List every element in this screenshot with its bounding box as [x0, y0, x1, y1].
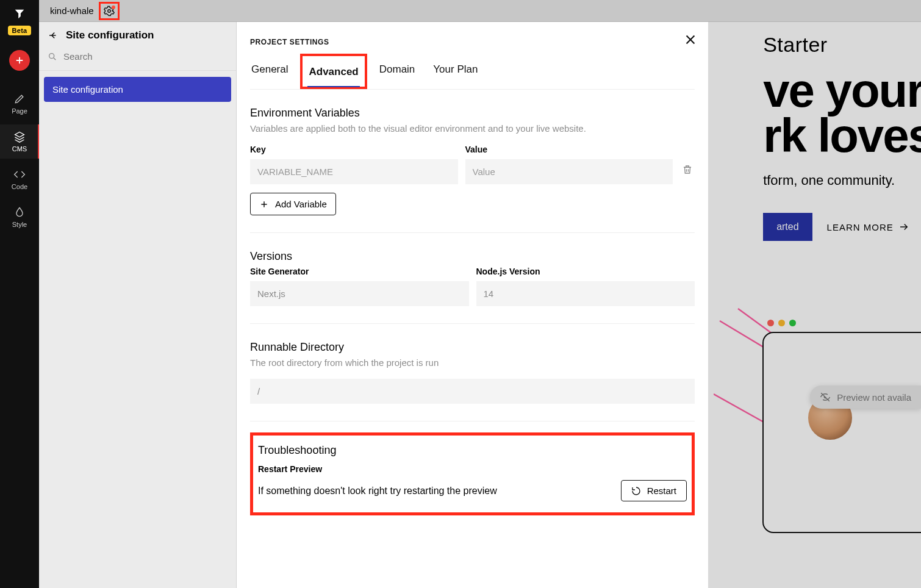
site-generator-label: Site Generator — [250, 267, 469, 276]
rail-label: Code — [12, 183, 27, 190]
runnable-description: The root directory from which the projec… — [250, 357, 695, 368]
restart-preview-label: Restart Preview — [258, 464, 687, 474]
add-variable-label: Add Variable — [275, 199, 327, 209]
tab-general[interactable]: General — [250, 57, 289, 89]
tab-label: General — [251, 63, 288, 75]
rail-label: CMS — [12, 145, 27, 152]
left-rail: Beta Page CMS Code Style — [0, 0, 39, 588]
tab-advanced[interactable]: Advanced — [307, 60, 359, 87]
env-key-label: Key — [250, 145, 458, 154]
node-version-label: Node.js Version — [476, 267, 695, 276]
restart-icon — [631, 486, 641, 496]
sidebar-title: Site configuration — [66, 29, 154, 41]
rail-label: Page — [12, 107, 27, 115]
env-delete-button[interactable] — [680, 158, 695, 175]
tab-label: Your Plan — [433, 63, 478, 75]
env-heading: Environment Variables — [250, 107, 695, 120]
top-bar: kind-whale — [39, 0, 921, 22]
modal-title: PROJECT SETTINGS — [250, 38, 695, 46]
rail-item-style[interactable]: Style — [0, 200, 39, 234]
sidebar-header: Site configuration — [39, 22, 236, 49]
section-versions: Versions Site Generator Node.js Version — [250, 233, 695, 306]
add-button[interactable] — [9, 50, 30, 71]
section-env-vars: Environment Variables Variables are appl… — [250, 90, 695, 215]
divider — [250, 421, 695, 421]
section-runnable-dir: Runnable Directory The root directory fr… — [250, 324, 695, 404]
project-name: kind-whale — [50, 5, 94, 16]
search-icon — [48, 52, 57, 62]
env-description: Variables are applied both to the visual… — [250, 123, 695, 134]
versions-heading: Versions — [250, 250, 695, 263]
rail-label: Style — [12, 221, 27, 228]
tab-label: Advanced — [309, 66, 358, 77]
sidebar-panel: Site configuration Site configuration — [39, 22, 237, 588]
plus-icon — [259, 199, 269, 209]
svg-point-1 — [49, 53, 54, 58]
sidebar-item-label: Site configuration — [52, 84, 123, 95]
tab-label: Domain — [379, 63, 415, 75]
sidebar-search[interactable] — [39, 49, 236, 71]
back-arrow-icon[interactable] — [48, 30, 59, 41]
svg-point-0 — [107, 9, 110, 12]
rail-item-code[interactable]: Code — [0, 162, 39, 196]
modal-tabs: General Advanced Domain Your Plan — [250, 57, 695, 90]
env-value-input[interactable] — [465, 159, 673, 184]
tab-your-plan[interactable]: Your Plan — [432, 57, 479, 89]
close-button[interactable] — [684, 33, 697, 49]
app-logo-icon[interactable] — [12, 6, 27, 22]
node-version-field[interactable] — [476, 281, 695, 306]
add-variable-button[interactable]: Add Variable — [250, 193, 336, 215]
project-settings-modal: PROJECT SETTINGS General Advanced Domain… — [237, 22, 708, 588]
close-icon — [684, 33, 697, 46]
runnable-dir-input[interactable] — [250, 379, 695, 404]
trash-icon — [682, 164, 693, 175]
rail-item-page[interactable]: Page — [0, 87, 39, 121]
troubleshooting-heading: Troubleshooting — [258, 444, 687, 457]
tab-domain[interactable]: Domain — [378, 57, 417, 89]
troubleshooting-description: If something doesn't look right try rest… — [258, 486, 497, 497]
restart-button[interactable]: Restart — [621, 480, 687, 501]
search-input[interactable] — [63, 51, 228, 62]
env-value-label: Value — [465, 145, 673, 154]
section-troubleshooting: Troubleshooting Restart Preview If somet… — [250, 432, 695, 515]
notification-dot-icon — [112, 5, 115, 9]
runnable-heading: Runnable Directory — [250, 341, 695, 354]
env-key-input[interactable] — [250, 159, 458, 184]
settings-gear-button[interactable] — [99, 2, 120, 20]
restart-button-label: Restart — [647, 486, 676, 496]
sidebar-item-site-configuration[interactable]: Site configuration — [44, 77, 231, 102]
rail-item-cms[interactable]: CMS — [0, 124, 39, 159]
site-generator-field[interactable] — [250, 281, 469, 306]
beta-badge: Beta — [8, 26, 30, 35]
